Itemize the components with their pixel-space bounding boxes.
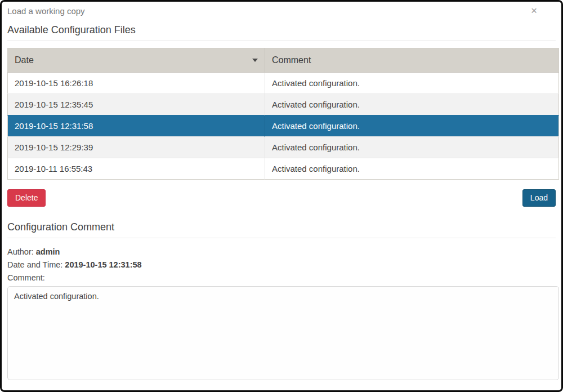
- table-cell-date[interactable]: 2019-10-15 12:29:39: [8, 137, 265, 158]
- author-line: Author: admin: [7, 246, 556, 259]
- column-header-date[interactable]: Date: [8, 48, 265, 73]
- author-label: Author:: [7, 247, 34, 256]
- load-working-copy-dialog: Load a working copy × Available Configur…: [0, 0, 563, 392]
- column-header-comment-label: Comment: [272, 55, 311, 65]
- table-cell-date[interactable]: 2019-10-11 16:55:43: [8, 158, 265, 180]
- table-cell-comment[interactable]: Activated configuration.: [265, 158, 559, 180]
- table-cell-date[interactable]: 2019-10-15 16:26:18: [8, 73, 265, 94]
- available-config-files-heading: Available Configuration Files: [7, 24, 556, 41]
- table-row[interactable]: 2019-10-15 12:31:58 Activated configurat…: [8, 115, 559, 137]
- datetime-value: 2019-10-15 12:31:58: [65, 260, 141, 269]
- configuration-comment-info: Author: admin Date and Time: 2019-10-15 …: [7, 246, 556, 284]
- dialog-header: Load a working copy ×: [2, 2, 561, 17]
- config-files-table: Date Comment 2019-10-15 16:26:18 Activat…: [7, 48, 559, 180]
- delete-button[interactable]: Delete: [7, 189, 46, 207]
- datetime-line: Date and Time: 2019-10-15 12:31:58: [7, 259, 556, 271]
- dialog-title: Load a working copy: [7, 6, 85, 17]
- table-action-buttons: Delete Load: [7, 189, 556, 207]
- table-cell-date[interactable]: 2019-10-15 12:31:58: [8, 115, 265, 137]
- column-header-date-label: Date: [15, 55, 34, 65]
- table-cell-comment[interactable]: Activated configuration.: [265, 137, 559, 158]
- load-button[interactable]: Load: [522, 189, 556, 207]
- table-row[interactable]: 2019-10-15 12:35:45 Activated configurat…: [8, 94, 559, 115]
- sort-desc-icon[interactable]: [252, 59, 258, 62]
- table-row[interactable]: 2019-10-15 16:26:18 Activated configurat…: [8, 73, 559, 94]
- datetime-label: Date and Time:: [7, 260, 62, 269]
- author-value: admin: [36, 247, 60, 256]
- table-cell-comment[interactable]: Activated configuration.: [265, 94, 559, 115]
- table-row[interactable]: 2019-10-11 16:55:43 Activated configurat…: [8, 158, 559, 180]
- configuration-comment-heading: Configuration Comment: [7, 221, 556, 238]
- table-cell-comment[interactable]: Activated configuration.: [265, 115, 559, 137]
- comment-textarea[interactable]: Activated configuration.: [7, 286, 559, 380]
- table-header-row: Date Comment: [8, 48, 559, 73]
- table-cell-comment[interactable]: Activated configuration.: [265, 73, 559, 94]
- config-table-body: 2019-10-15 16:26:18 Activated configurat…: [8, 73, 559, 180]
- comment-label: Comment:: [7, 271, 556, 284]
- table-cell-date[interactable]: 2019-10-15 12:35:45: [8, 94, 265, 115]
- table-row[interactable]: 2019-10-15 12:29:39 Activated configurat…: [8, 137, 559, 158]
- close-icon[interactable]: ×: [531, 6, 537, 16]
- column-header-comment[interactable]: Comment: [265, 48, 559, 73]
